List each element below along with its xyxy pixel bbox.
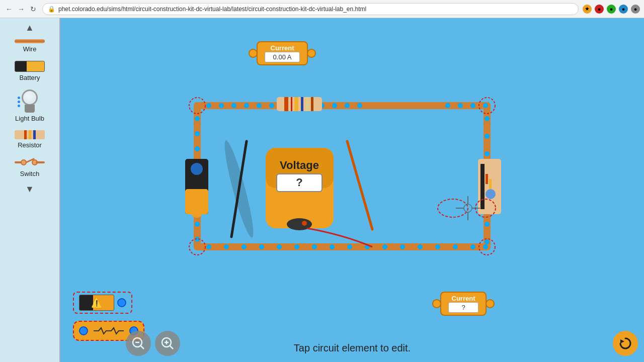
svg-point-27 [224, 244, 229, 249]
svg-marker-105 [620, 339, 624, 343]
svg-point-49 [195, 207, 200, 212]
svg-point-26 [206, 244, 211, 249]
svg-point-52 [485, 116, 490, 121]
resistor-bands [24, 130, 36, 139]
svg-point-51 [195, 237, 200, 242]
browser-icon-4: ● [619, 5, 628, 14]
address-bar[interactable]: 🔒 phet.colorado.edu/sims/html/circuit-co… [42, 3, 579, 15]
svg-text:?: ? [296, 176, 302, 189]
battery-icon [15, 61, 45, 72]
svg-point-19 [332, 103, 337, 108]
svg-line-100 [141, 346, 144, 349]
svg-point-42 [483, 244, 488, 249]
svg-rect-5 [194, 102, 491, 109]
svg-point-43 [195, 116, 200, 121]
svg-point-57 [485, 204, 490, 209]
svg-point-14 [269, 103, 274, 108]
browser-icon-2: ● [595, 5, 604, 14]
browser-icon-5: ● [631, 5, 640, 14]
bottom-battery-warning[interactable]: ⚠️ [73, 292, 132, 314]
svg-rect-7 [194, 102, 201, 250]
current-meter-top-label: Current [271, 44, 294, 52]
svg-point-38 [418, 244, 423, 249]
svg-point-20 [345, 103, 350, 108]
reload-button[interactable]: ↻ [28, 4, 38, 14]
svg-point-47 [195, 176, 200, 182]
browser-icon-1: ★ [583, 5, 592, 14]
svg-point-91 [302, 221, 307, 226]
svg-point-11 [231, 103, 236, 108]
svg-point-79 [479, 239, 495, 255]
svg-point-35 [365, 244, 370, 249]
svg-rect-66 [311, 97, 313, 111]
svg-rect-73 [486, 174, 488, 184]
svg-rect-68 [185, 189, 208, 214]
svg-point-41 [470, 244, 475, 249]
svg-point-21 [357, 103, 362, 108]
svg-point-48 [195, 192, 200, 197]
forward-button[interactable]: → [16, 4, 26, 14]
svg-point-77 [479, 98, 495, 114]
svg-point-18 [319, 103, 325, 108]
nav-buttons[interactable]: ← → ↻ [4, 4, 38, 14]
sidebar-item-wire[interactable]: Wire [0, 35, 59, 57]
svg-rect-60 [277, 97, 322, 111]
zoom-in-button[interactable] [155, 331, 180, 356]
svg-point-36 [382, 244, 387, 249]
svg-point-39 [435, 244, 440, 249]
sim-area: Voltage ? Current 0.00 A Current ? [60, 18, 644, 362]
svg-point-76 [189, 98, 205, 114]
sidebar-item-lightbulb[interactable]: Light Bulb [0, 85, 59, 126]
svg-point-75 [486, 189, 496, 199]
svg-point-15 [282, 103, 287, 108]
svg-point-58 [485, 222, 490, 227]
svg-point-40 [453, 244, 458, 249]
current-meter-top[interactable]: Current 0.00 A [257, 41, 308, 65]
svg-point-81 [475, 199, 496, 217]
svg-point-70 [191, 206, 203, 218]
svg-point-44 [195, 131, 200, 136]
circuit-svg: Voltage ? [60, 18, 644, 362]
svg-point-30 [277, 244, 282, 249]
svg-rect-88 [277, 174, 322, 192]
wire-icon [15, 39, 45, 43]
svg-line-104 [170, 346, 173, 349]
svg-point-29 [259, 244, 264, 249]
back-button[interactable]: ← [4, 4, 14, 14]
svg-point-37 [400, 244, 405, 249]
svg-point-78 [189, 239, 205, 255]
svg-point-56 [485, 187, 490, 192]
zoom-out-button[interactable] [126, 331, 151, 356]
svg-rect-8 [484, 102, 491, 250]
sidebar-item-resistor[interactable]: Resistor [0, 126, 59, 153]
resistor-icon [15, 130, 45, 139]
browser-icon-3: ● [607, 5, 616, 14]
svg-rect-85 [266, 148, 334, 228]
svg-rect-6 [194, 243, 491, 250]
svg-point-13 [257, 103, 262, 108]
svg-point-33 [330, 244, 335, 249]
sidebar-arrow-up[interactable]: ▲ [15, 20, 45, 35]
svg-point-55 [485, 169, 490, 174]
svg-text:Voltage: Voltage [280, 159, 319, 171]
sidebar-item-switch[interactable]: Switch [0, 153, 59, 182]
svg-point-92 [464, 204, 472, 212]
lightbulb-icon [21, 89, 39, 113]
reload-sim-button[interactable] [613, 331, 638, 356]
svg-rect-67 [185, 159, 208, 214]
svg-point-24 [470, 103, 475, 108]
sidebar-item-switch-label: Switch [20, 170, 39, 177]
bulb-glass [22, 89, 38, 106]
sidebar-item-battery[interactable]: Battery [0, 57, 59, 85]
svg-point-46 [195, 161, 200, 166]
svg-point-12 [244, 103, 249, 108]
svg-rect-74 [489, 179, 492, 189]
current-meter-bottom[interactable]: Current ? [440, 292, 487, 316]
sidebar-arrow-down[interactable]: ▼ [15, 182, 45, 197]
sidebar-item-resistor-label: Resistor [18, 141, 42, 149]
zoom-controls[interactable] [126, 331, 180, 356]
sidebar-item-lightbulb-label: Light Bulb [15, 115, 44, 122]
browser-chrome: ← → ↻ 🔒 phet.colorado.edu/sims/html/circ… [0, 0, 644, 18]
svg-point-22 [445, 103, 450, 108]
svg-line-84 [347, 141, 372, 229]
